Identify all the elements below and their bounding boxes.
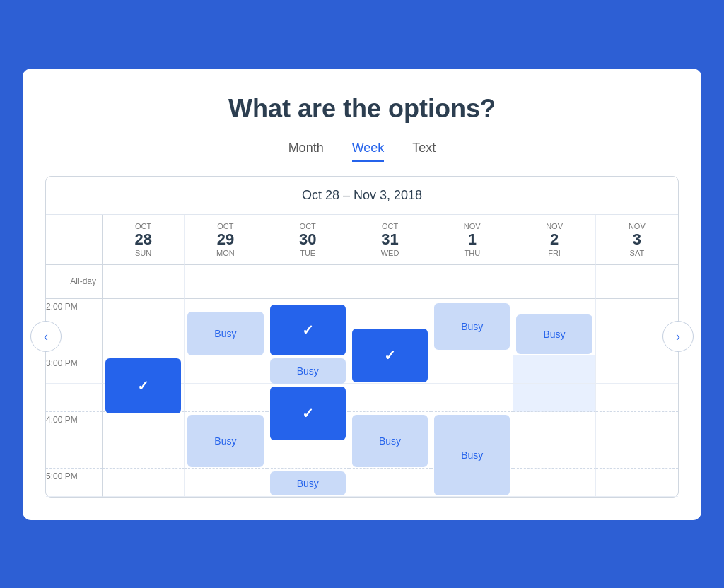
cell-430-fri[interactable] (513, 440, 595, 469)
allday-mon (185, 265, 267, 299)
cell-500-sat[interactable] (596, 469, 678, 497)
cell-500-sun[interactable] (103, 469, 185, 497)
main-container: What are the options? Month Week Text ‹ … (23, 69, 701, 520)
time-label-400: 4:00 PM (46, 412, 103, 440)
cell-400-sat[interactable] (596, 412, 678, 440)
event-sun-sel-1[interactable]: ✓ (105, 358, 181, 413)
col-fri: Nov 2 FRI (513, 215, 595, 265)
cell-500-mon[interactable] (185, 469, 267, 497)
row-200-top: 2:00 PM Busy ✓ Busy Busy (46, 299, 678, 327)
event-mon-busy-2[interactable]: Busy (187, 415, 263, 467)
cell-330-thu[interactable] (431, 384, 513, 412)
cell-330-mon[interactable] (185, 384, 267, 412)
cell-200-mon[interactable]: Busy (185, 299, 267, 327)
cell-400-thu[interactable]: Busy (431, 412, 513, 440)
time-label-200: 2:00 PM (46, 299, 103, 327)
cell-230-sun[interactable] (103, 327, 185, 355)
col-sun: Oct 28 SUN (103, 215, 185, 265)
event-wed-sel-1[interactable]: ✓ (352, 329, 428, 382)
event-tue-busy-1[interactable]: Busy (270, 358, 346, 384)
row-400-top: 4:00 PM Busy Busy Busy (46, 412, 678, 440)
cell-430-tue[interactable] (267, 440, 349, 469)
col-tue: Oct 30 TUE (267, 215, 349, 265)
event-thu-busy-2[interactable]: Busy (434, 415, 510, 495)
tab-bar: Month Week Text (45, 141, 679, 162)
cell-330-fri[interactable] (513, 384, 595, 412)
cell-400-mon[interactable]: Busy (185, 412, 267, 440)
time-label-330-empty (46, 384, 103, 412)
page-title: What are the options? (45, 94, 679, 124)
cell-200-sat[interactable] (596, 299, 678, 327)
time-label-500: 5:00 PM (46, 469, 103, 497)
cell-200-fri[interactable]: Busy (513, 299, 595, 327)
event-fri-busy-1[interactable]: Busy (516, 314, 592, 354)
cell-400-fri[interactable] (513, 412, 595, 440)
cell-500-fri[interactable] (513, 469, 595, 497)
allday-row: All-day (46, 265, 678, 299)
cell-300-fri[interactable] (513, 355, 595, 384)
cell-500-wed[interactable] (349, 469, 431, 497)
col-mon: Oct 29 MON (185, 215, 267, 265)
next-week-button[interactable]: › (662, 321, 694, 352)
event-wed-busy-1[interactable]: Busy (352, 415, 428, 467)
cell-300-mon[interactable] (185, 355, 267, 384)
row-500-top: 5:00 PM Busy (46, 469, 678, 497)
cell-200-sun[interactable] (103, 299, 185, 327)
event-tue-sel-2[interactable]: ✓ (270, 387, 346, 440)
cell-300-sat[interactable] (596, 355, 678, 384)
cell-330-tue[interactable]: ✓ (267, 384, 349, 412)
col-wed: Oct 31 WED (349, 215, 431, 265)
allday-fri (513, 265, 595, 299)
event-tue-sel-1[interactable]: ✓ (270, 305, 346, 355)
cell-300-sun[interactable]: ✓ (103, 355, 185, 384)
tab-text[interactable]: Text (412, 141, 436, 162)
tab-week[interactable]: Week (352, 141, 385, 162)
allday-sun (103, 265, 185, 299)
cell-300-thu[interactable] (431, 355, 513, 384)
week-range-header: Oct 28 – Nov 3, 2018 (46, 177, 678, 215)
calendar-wrapper: ‹ › Oct 28 – Nov 3, 2018 Oct 28 SUN Oct … (45, 176, 679, 498)
cell-300-tue[interactable]: Busy (267, 355, 349, 384)
allday-label: All-day (46, 265, 103, 299)
event-thu-busy-1[interactable]: Busy (434, 303, 510, 350)
col-sat: Nov 3 SAT (596, 215, 678, 265)
cell-330-sat[interactable] (596, 384, 678, 412)
event-mon-busy-1[interactable]: Busy (187, 312, 263, 355)
cell-200-wed[interactable] (349, 299, 431, 327)
allday-thu (431, 265, 513, 299)
cell-400-sun[interactable] (103, 412, 185, 440)
col-thu: Nov 1 THU (431, 215, 513, 265)
cell-430-sun[interactable] (103, 440, 185, 469)
prev-week-button[interactable]: ‹ (30, 321, 62, 352)
allday-sat (596, 265, 678, 299)
time-label-300: 3:00 PM (46, 355, 103, 384)
cell-200-tue[interactable]: ✓ (267, 299, 349, 327)
cell-430-sat[interactable] (596, 440, 678, 469)
cell-500-tue[interactable]: Busy (267, 469, 349, 497)
tab-month[interactable]: Month (288, 141, 324, 162)
day-headers: Oct 28 SUN Oct 29 MON Oct 30 TUE Oct 31 … (46, 215, 678, 265)
cell-400-wed[interactable]: Busy (349, 412, 431, 440)
cell-330-wed[interactable] (349, 384, 431, 412)
cell-230-wed[interactable]: ✓ (349, 327, 431, 355)
allday-tue (267, 265, 349, 299)
allday-wed (349, 265, 431, 299)
time-label-430-empty (46, 440, 103, 469)
cell-200-thu[interactable]: Busy (431, 299, 513, 327)
event-tue-busy-2[interactable]: Busy (270, 471, 346, 495)
